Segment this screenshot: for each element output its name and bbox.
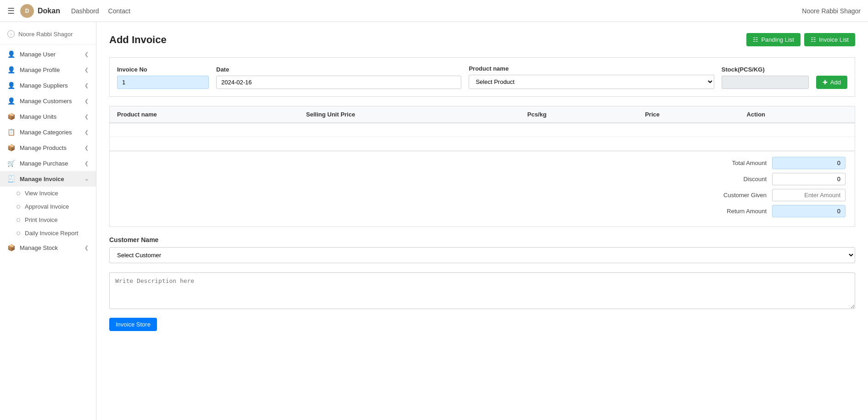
brand-avatar: D (20, 4, 34, 18)
sidebar-item-manage-customers[interactable]: 👤 Manage Customers ❮ (0, 93, 96, 109)
sidebar-item-manage-units[interactable]: 📦 Manage Units ❮ (0, 109, 96, 124)
layout: ○ Noore Rabbi Shagor 👤 Manage User ❮ 👤 M… (0, 22, 868, 420)
stock-label: Stock(PCS/KG) (722, 66, 809, 73)
chevron-icon-manage-invoice: ⌄ (84, 176, 89, 182)
profile-icon: 👤 (7, 66, 15, 73)
user-icon: 👤 (7, 50, 15, 58)
invoice-no-input[interactable] (117, 76, 209, 89)
summary-section: Total Amount Discount Customer Given Ret… (109, 151, 855, 227)
return-amount-row: Return Amount (119, 205, 846, 217)
add-button-label: Add (830, 79, 841, 86)
categories-icon: 📋 (7, 128, 15, 136)
sidebar-subitem-label-view-invoice: View Invoice (25, 190, 58, 197)
invoice-table-head: Product name Selling Unit Price Pcs/kg P… (110, 106, 855, 123)
chevron-icon-manage-suppliers: ❮ (84, 83, 89, 88)
main-content: Add Invoice ☷ Panding List ☷ Invoice Lis… (96, 22, 868, 420)
product-name-label: Product name (469, 65, 714, 72)
customer-given-row: Customer Given (119, 189, 846, 201)
col-pcs-kg: Pcs/kg (520, 106, 638, 123)
chevron-icon-manage-user: ❮ (84, 51, 89, 57)
date-label: Date (216, 66, 461, 73)
date-input[interactable] (216, 76, 461, 89)
chevron-icon-manage-stock: ❮ (84, 245, 89, 251)
customer-given-input[interactable] (772, 189, 846, 201)
product-name-group: Product name Select Product (469, 65, 714, 89)
sidebar-item-manage-suppliers[interactable]: 👤 Manage Suppliers ❮ (0, 77, 96, 93)
empty-row-1 (110, 123, 855, 137)
chevron-icon-manage-products: ❮ (84, 145, 89, 151)
return-amount-input (772, 205, 846, 217)
discount-row: Discount (119, 173, 846, 185)
invoice-store-button[interactable]: Invoice Store (109, 318, 157, 331)
sidebar-item-manage-user[interactable]: 👤 Manage User ❮ (0, 46, 96, 62)
list-icon-invoice: ☷ (811, 36, 816, 43)
products-icon: 📦 (7, 144, 15, 151)
product-select[interactable]: Select Product (469, 75, 714, 89)
customer-given-label: Customer Given (707, 192, 767, 199)
customer-select[interactable]: Select Customer (109, 247, 855, 263)
sidebar-item-manage-categories[interactable]: 📋 Manage Categories ❮ (0, 124, 96, 140)
sidebar-subitem-view-invoice[interactable]: View Invoice (0, 187, 96, 200)
sidebar-label-manage-purchase: Manage Purchase (20, 160, 68, 167)
chevron-icon-manage-profile: ❮ (84, 67, 89, 73)
invoice-no-group: Invoice No (117, 66, 209, 89)
user-circle-icon: ○ (7, 30, 15, 38)
col-action: Action (739, 106, 855, 123)
brand: D Dokan (20, 4, 60, 18)
add-product-button[interactable]: ✚ Add (816, 76, 847, 89)
sidebar-subitem-print-invoice[interactable]: Print Invoice (0, 213, 96, 227)
sidebar-item-manage-profile[interactable]: 👤 Manage Profile ❮ (0, 62, 96, 77)
col-selling-unit-price: Selling Unit Price (299, 106, 520, 123)
dot-icon-daily-report (17, 232, 20, 235)
sidebar-subitem-label-print-invoice: Print Invoice (25, 216, 58, 223)
sidebar-item-manage-products[interactable]: 📦 Manage Products ❮ (0, 140, 96, 155)
customer-section: Customer Name Select Customer (109, 236, 855, 263)
customer-name-label: Customer Name (109, 236, 855, 243)
chevron-icon-manage-units: ❮ (84, 114, 89, 120)
sidebar-user: ○ Noore Rabbi Shagor (0, 26, 96, 44)
sidebar-label-manage-user: Manage User (20, 51, 56, 58)
sidebar-subitem-daily-report[interactable]: Daily Invoice Report (0, 227, 96, 240)
sidebar-item-manage-purchase[interactable]: 🛒 Manage Purchase ❮ (0, 155, 96, 171)
list-icon-pending: ☷ (753, 36, 758, 43)
dot-icon-view-invoice (17, 192, 20, 195)
col-price: Price (638, 106, 739, 123)
stock-group: Stock(PCS/KG) (722, 66, 809, 89)
invoice-table: Product name Selling Unit Price Pcs/kg P… (110, 106, 855, 151)
sidebar-label-manage-categories: Manage Categories (20, 129, 72, 136)
invoice-no-label: Invoice No (117, 66, 209, 73)
main-inner: Add Invoice ☷ Panding List ☷ Invoice Lis… (96, 22, 868, 420)
stock-icon: 📦 (7, 244, 15, 251)
store-button-section: Invoice Store (109, 318, 855, 331)
nav-contact[interactable]: Contact (108, 7, 130, 15)
total-amount-row: Total Amount (119, 157, 846, 169)
chevron-icon-manage-categories: ❮ (84, 129, 89, 135)
hamburger-icon[interactable]: ☰ (7, 6, 15, 16)
nav-dashboard[interactable]: Dashbord (71, 7, 99, 15)
invoice-form-row: Invoice No Date Product name Select Prod… (109, 57, 855, 97)
description-textarea[interactable] (109, 272, 855, 309)
dot-icon-approval-invoice (17, 205, 20, 209)
description-section (109, 272, 855, 310)
sidebar-subitem-approval-invoice[interactable]: Approval Invoice (0, 200, 96, 213)
navbar: ☰ D Dokan Dashbord Contact Noore Rabbi S… (0, 0, 868, 22)
brand-name: Dokan (38, 7, 60, 15)
plus-icon: ✚ (823, 79, 828, 86)
sidebar-label-manage-customers: Manage Customers (20, 98, 72, 105)
invoice-table-header-row: Product name Selling Unit Price Pcs/kg P… (110, 106, 855, 123)
discount-input[interactable] (772, 173, 846, 185)
stock-input (722, 76, 809, 89)
invoice-list-button[interactable]: ☷ Invoice List (804, 33, 855, 46)
sidebar-label-manage-units: Manage Units (20, 113, 56, 120)
add-button-group: _ ✚ Add (816, 66, 847, 89)
discount-label: Discount (707, 176, 767, 182)
date-group: Date (216, 66, 461, 89)
sidebar-username: Noore Rabbi Shagor (18, 31, 73, 38)
pending-list-button[interactable]: ☷ Panding List (746, 33, 801, 46)
sidebar-label-manage-profile: Manage Profile (20, 66, 60, 73)
page-title: Add Invoice (109, 34, 167, 46)
total-amount-label: Total Amount (707, 160, 767, 166)
invoice-list-label: Invoice List (819, 36, 849, 43)
sidebar-item-manage-stock[interactable]: 📦 Manage Stock ❮ (0, 240, 96, 255)
sidebar-item-manage-invoice[interactable]: 🧾 Manage Invoice ⌄ (0, 171, 96, 187)
